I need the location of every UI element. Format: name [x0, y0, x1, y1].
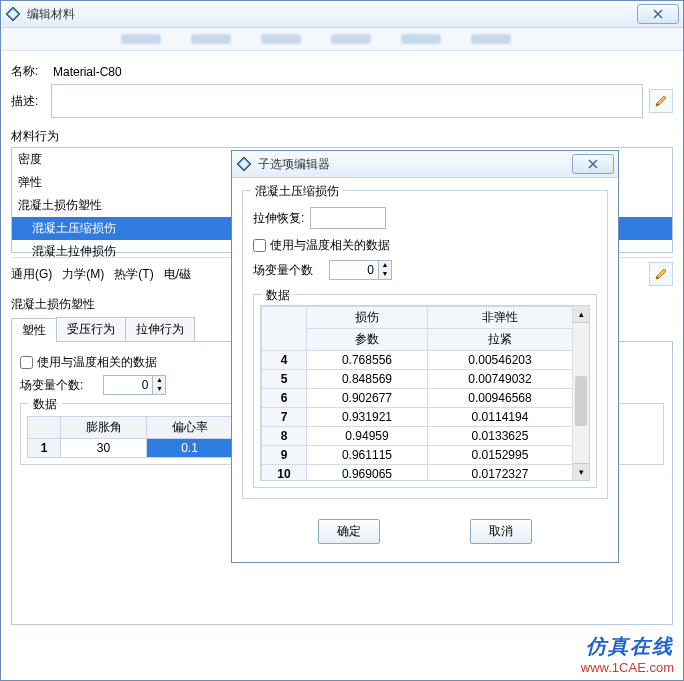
- col-eccentricity: 偏心率: [147, 417, 233, 439]
- row-number: 1: [28, 439, 61, 458]
- table-row[interactable]: 70.9319210.0114194: [262, 408, 573, 427]
- ribbon-area: [1, 28, 683, 51]
- sub-titlebar[interactable]: 子选项编辑器: [232, 151, 618, 178]
- field-vars-label: 场变量个数:: [20, 377, 83, 394]
- scroll-up-icon[interactable]: ▴: [573, 306, 589, 323]
- sub-data-table-wrap: 损伤 非弹性 参数 拉紧 40.7685560.00546203 50.8485…: [260, 305, 590, 481]
- main-close-button[interactable]: [637, 4, 679, 24]
- sub-use-temp-label: 使用与温度相关的数据: [270, 237, 390, 254]
- table-corner: [28, 417, 61, 439]
- table-scrollbar[interactable]: ▴ ▾: [572, 306, 589, 480]
- scroll-down-icon[interactable]: ▾: [573, 463, 589, 480]
- table-row[interactable]: 50.8485690.00749032: [262, 370, 573, 389]
- sub-data-title: 数据: [262, 287, 294, 304]
- scroll-thumb[interactable]: [575, 376, 587, 426]
- main-data-table[interactable]: 膨胀角 偏心率 1 30 0.1: [27, 416, 233, 458]
- sub-data-group: 数据 损伤 非弹性 参数 拉紧 40.7685560.00546203: [253, 294, 597, 488]
- sub-field-vars-spinner[interactable]: ▲▼: [329, 260, 392, 280]
- tab-plastic[interactable]: 塑性: [11, 318, 57, 342]
- spinner-up-icon[interactable]: ▲: [153, 376, 165, 385]
- spinner-down-icon[interactable]: ▼: [153, 385, 165, 394]
- sub-field-vars-label: 场变量个数: [253, 262, 313, 279]
- sub-close-button[interactable]: [572, 154, 614, 174]
- col-inelastic-2: 拉紧: [427, 329, 572, 351]
- sub-title: 子选项编辑器: [258, 156, 572, 173]
- behavior-section-title: 材料行为: [11, 128, 673, 145]
- table-row[interactable]: 1 30 0.1: [28, 439, 233, 458]
- suboption-editor-dialog: 子选项编辑器 混凝土压缩损伤 拉伸恢复: 使用与温度相关的数据 场变量个数 ▲▼: [231, 150, 619, 563]
- main-title: 编辑材料: [27, 6, 637, 23]
- cell-eccentricity[interactable]: 0.1: [147, 439, 233, 458]
- sub-use-temp-checkbox[interactable]: [253, 239, 266, 252]
- tension-recovery-input[interactable]: [310, 207, 386, 229]
- ok-button[interactable]: 确定: [318, 519, 380, 544]
- spinner-down-icon[interactable]: ▼: [379, 270, 391, 279]
- sub-content: 混凝土压缩损伤 拉伸恢复: 使用与温度相关的数据 场变量个数 ▲▼ 数据: [232, 178, 618, 562]
- field-vars-spinner[interactable]: ▲▼: [103, 375, 166, 395]
- edit-behavior-button[interactable]: [649, 262, 673, 286]
- table-row[interactable]: 90.9611150.0152995: [262, 446, 573, 465]
- dialog-buttons: 确定 取消: [242, 509, 608, 554]
- menu-thermal[interactable]: 热学(T): [114, 266, 153, 283]
- cancel-button[interactable]: 取消: [470, 519, 532, 544]
- app-icon: [5, 6, 21, 22]
- use-temp-label: 使用与温度相关的数据: [37, 354, 157, 371]
- close-icon: [653, 9, 663, 19]
- spinner-up-icon[interactable]: ▲: [379, 261, 391, 270]
- pencil-icon: [654, 94, 668, 108]
- col-dilation-angle: 膨胀角: [61, 417, 147, 439]
- edit-description-button[interactable]: [649, 89, 673, 113]
- app-icon: [236, 156, 252, 172]
- group-title: 混凝土压缩损伤: [251, 183, 343, 200]
- menu-general[interactable]: 通用(G): [11, 266, 52, 283]
- sub-data-table[interactable]: 损伤 非弹性 参数 拉紧 40.7685560.00546203 50.8485…: [261, 306, 573, 481]
- name-value: Material-C80: [53, 65, 122, 79]
- tab-compression[interactable]: 受压行为: [56, 317, 126, 341]
- menu-mechanical[interactable]: 力学(M): [62, 266, 104, 283]
- description-input[interactable]: [51, 84, 643, 118]
- table-row[interactable]: 60.9026770.00946568: [262, 389, 573, 408]
- tab-tension[interactable]: 拉伸行为: [125, 317, 195, 341]
- sub-field-vars-input[interactable]: [330, 263, 378, 277]
- cell-dilation[interactable]: 30: [61, 439, 147, 458]
- table-row[interactable]: 40.7685560.00546203: [262, 351, 573, 370]
- table-corner: [262, 307, 307, 351]
- table-row[interactable]: 80.949590.0133625: [262, 427, 573, 446]
- desc-label: 描述:: [11, 93, 47, 110]
- tension-recovery-label: 拉伸恢复:: [253, 210, 304, 227]
- col-inelastic-1: 非弹性: [427, 307, 572, 329]
- table-row[interactable]: 100.9690650.0172327: [262, 465, 573, 482]
- use-temp-checkbox[interactable]: [20, 356, 33, 369]
- field-vars-input[interactable]: [104, 378, 152, 392]
- main-titlebar[interactable]: 编辑材料: [1, 1, 683, 28]
- pencil-icon: [654, 267, 668, 281]
- close-icon: [588, 159, 598, 169]
- compression-damage-group: 混凝土压缩损伤 拉伸恢复: 使用与温度相关的数据 场变量个数 ▲▼ 数据: [242, 190, 608, 499]
- name-label: 名称:: [11, 63, 47, 80]
- menu-electromagnetic[interactable]: 电/磁: [164, 266, 191, 283]
- col-damage-1: 损伤: [307, 307, 428, 329]
- col-damage-2: 参数: [307, 329, 428, 351]
- data-group-title: 数据: [29, 396, 61, 413]
